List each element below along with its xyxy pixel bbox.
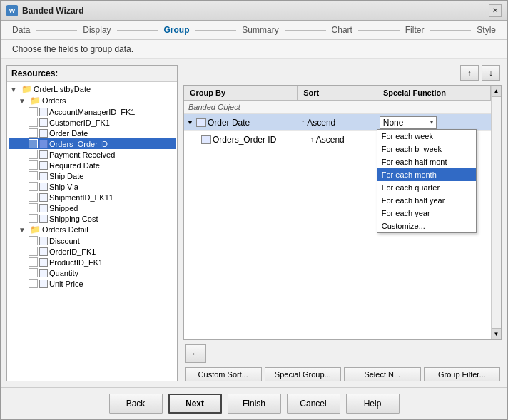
step-chart[interactable]: Chart xyxy=(332,25,352,35)
step-line-4 xyxy=(285,30,326,31)
group-filter-button[interactable]: Group Filter... xyxy=(424,367,501,381)
checkbox-shipmentid[interactable] xyxy=(29,193,38,202)
checkbox-ordersorderid[interactable] xyxy=(29,139,38,148)
checkbox-requireddate[interactable] xyxy=(29,160,38,170)
tree-item-shipped[interactable]: Shipped xyxy=(9,203,176,213)
tree-label-ordersdetail: Orders Detail xyxy=(42,225,88,234)
tree-item-shippingcost[interactable]: Shipping Cost xyxy=(9,213,176,224)
tree-item-orderdate[interactable]: Order Date xyxy=(9,128,176,138)
col-header-groupby: Group By xyxy=(184,86,298,100)
wizard-steps: Data Display Group Summary Chart Filter … xyxy=(1,21,507,40)
tree-item-discount[interactable]: Discount xyxy=(9,235,176,246)
checkbox-orderdate[interactable] xyxy=(29,128,38,138)
title-bar-left: W Banded Wizard xyxy=(6,5,84,16)
tree-item-productid-fk1[interactable]: ProductID_FK1 xyxy=(9,257,176,267)
field-icon-shipvia xyxy=(39,183,48,191)
dialog-buttons: Back Next Finish Cancel Help xyxy=(1,387,507,419)
dropdown-item-year[interactable]: For each year xyxy=(377,207,476,220)
tree-label-quantity: Quantity xyxy=(49,269,78,277)
table-scrollbar[interactable]: ▲ ▼ xyxy=(491,86,501,339)
dropdown-item-week[interactable]: For each week xyxy=(377,130,476,143)
tree-item-orderlistbydate[interactable]: ▼ 📁 OrderListbyDate xyxy=(9,83,176,95)
custom-sort-button[interactable]: Custom Sort... xyxy=(185,367,262,381)
dropdown-item-customize[interactable]: Customize... xyxy=(377,220,476,232)
tree-item-shipvia[interactable]: Ship Via xyxy=(9,181,176,192)
sort-asc-icon-1: ↑ xyxy=(301,118,305,126)
dropdown-item-halfmont[interactable]: For each half mont xyxy=(377,155,476,168)
table-row-orderdate[interactable]: ▼ Order Date ↑ Ascend None xyxy=(184,114,491,131)
tree-label-ordersorderid: Orders_Order ID xyxy=(49,140,108,148)
step-data[interactable]: Data xyxy=(12,25,30,35)
help-button[interactable]: Help xyxy=(346,394,400,414)
dropdown-item-halfyear[interactable]: For each half year xyxy=(377,194,476,207)
close-button[interactable]: ✕ xyxy=(489,4,502,17)
resources-label: Resources: xyxy=(7,66,177,82)
tree-item-customerid[interactable]: CustomerID_FK1 xyxy=(9,117,176,128)
checkbox-discount[interactable] xyxy=(29,236,38,245)
checkbox-orderid-fk1[interactable] xyxy=(29,247,38,256)
checkbox-shipvia[interactable] xyxy=(29,182,38,191)
checkbox-shipdate[interactable] xyxy=(29,171,38,180)
special-dropdown-menu[interactable]: For each week For each bi-week For each … xyxy=(377,129,477,233)
group-by-label-ordersorderid: Orders_Order ID xyxy=(213,135,276,145)
tree-label-shipmentid: ShipmentID_FK11 xyxy=(49,193,113,202)
move-up-button[interactable]: ↑ xyxy=(460,65,479,81)
tree-label-shipped: Shipped xyxy=(49,204,78,212)
checkbox-accountmanager[interactable] xyxy=(29,107,38,116)
checkbox-quantity[interactable] xyxy=(29,268,38,277)
checkbox-shipped[interactable] xyxy=(29,203,38,212)
field-icon-unitprice xyxy=(39,280,48,288)
tree-item-paymentreceived[interactable]: Payment Received xyxy=(9,149,176,160)
step-filter[interactable]: Filter xyxy=(405,25,425,35)
tree-label-orderid-fk1: OrderID_FK1 xyxy=(49,247,96,256)
special-group-button[interactable]: Special Group... xyxy=(265,367,342,381)
group-by-cell-orderdate: ▼ Order Date xyxy=(184,116,298,129)
tree-item-unitprice[interactable]: Unit Price xyxy=(9,278,176,289)
step-display[interactable]: Display xyxy=(83,25,111,35)
checkbox-productid-fk1[interactable] xyxy=(29,257,38,267)
tree-label-productid-fk1: ProductID_FK1 xyxy=(49,258,103,267)
step-style[interactable]: Style xyxy=(477,25,496,35)
step-line-3 xyxy=(195,30,236,31)
step-group[interactable]: Group xyxy=(163,25,189,35)
step-summary[interactable]: Summary xyxy=(242,25,278,35)
checkbox-paymentreceived[interactable] xyxy=(29,150,38,159)
banded-object-label: Banded Object xyxy=(184,101,491,114)
move-down-button[interactable]: ↓ xyxy=(482,65,500,81)
special-cell-orderdate: None ▾ For each week For each bi-week Fo… xyxy=(377,115,491,130)
sort-asc-icon-2: ↑ xyxy=(310,135,314,143)
tree-item-orders[interactable]: ▼ 📁 Orders xyxy=(9,95,176,106)
finish-button[interactable]: Finish xyxy=(228,394,281,414)
next-button[interactable]: Next xyxy=(168,394,222,414)
step-line-6 xyxy=(430,30,471,31)
field-icon-productid-fk1 xyxy=(39,258,48,267)
back-button[interactable]: Back xyxy=(109,394,163,414)
dropdown-item-month[interactable]: For each month xyxy=(377,168,476,181)
checkbox-unitprice[interactable] xyxy=(29,279,38,288)
special-dropdown-orderdate[interactable]: None ▾ xyxy=(380,116,437,129)
tree-label-requireddate: Required Date xyxy=(49,161,100,170)
dropdown-item-biweek[interactable]: For each bi-week xyxy=(377,143,476,155)
select-n-button[interactable]: Select N... xyxy=(344,367,421,381)
tree-item-ordersorderid[interactable]: Orders_Order ID xyxy=(9,138,176,149)
step-line-2 xyxy=(117,30,158,31)
table-header: Group By Sort Special Function xyxy=(184,86,491,101)
dropdown-item-quarter[interactable]: For each quarter xyxy=(377,181,476,194)
field-icon-orderdate xyxy=(39,129,48,138)
tree-item-requireddate[interactable]: Required Date xyxy=(9,160,176,170)
tree-item-ordersdetail[interactable]: ▼ 📁 Orders Detail xyxy=(9,224,176,235)
tree-item-shipmentid[interactable]: ShipmentID_FK11 xyxy=(9,192,176,203)
window-title: Banded Wizard xyxy=(22,6,84,16)
checkbox-customerid[interactable] xyxy=(29,118,38,127)
move-left-button[interactable]: ← xyxy=(185,344,206,363)
tree-item-quantity[interactable]: Quantity xyxy=(9,267,176,278)
checkbox-shippingcost[interactable] xyxy=(29,214,38,223)
cancel-button[interactable]: Cancel xyxy=(287,394,340,414)
col-header-special: Special Function xyxy=(377,86,491,100)
tree-item-orderid-fk1[interactable]: OrderID_FK1 xyxy=(9,246,176,257)
tree-item-shipdate[interactable]: Ship Date xyxy=(9,170,176,181)
table-action-buttons: Custom Sort... Special Group... Select N… xyxy=(183,367,502,381)
folder-icon-root: 📁 xyxy=(21,84,32,94)
tree-item-accountmanager[interactable]: AccountManagerID_FK1 xyxy=(9,106,176,117)
tree-area[interactable]: ▼ 📁 OrderListbyDate ▼ 📁 Orders AccountMa… xyxy=(7,82,177,381)
